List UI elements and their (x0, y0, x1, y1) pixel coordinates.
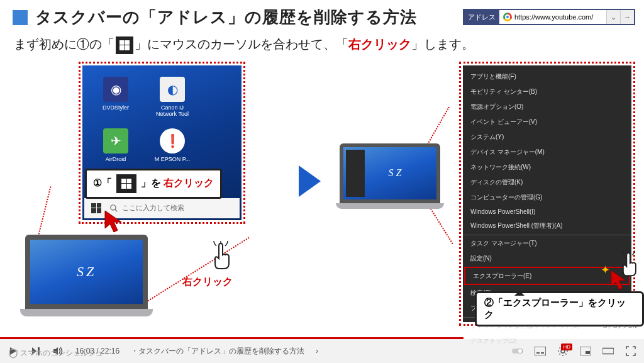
svg-rect-6 (541, 352, 544, 354)
shield-icon (9, 349, 18, 359)
laptop-mockup-left: SZ (25, 235, 148, 316)
channel-watermark: スマホのコンシェルジュ (9, 348, 103, 359)
windows-icon (116, 36, 133, 54)
svg-point-3 (518, 349, 523, 354)
windows-icon (116, 174, 136, 193)
tap-gesture-icon (208, 241, 235, 278)
ctx-disk[interactable]: ディスクの管理(K) (463, 175, 631, 190)
svg-rect-4 (535, 347, 546, 355)
ctx-event-viewer[interactable]: イベント ビューアー(V) (463, 114, 631, 130)
cursor-icon (610, 269, 630, 292)
ctx-network[interactable]: ネットワーク接続(W) (463, 160, 631, 175)
right-click-label: 右クリック (182, 276, 233, 289)
address-toolbar: アドレス https://www.youtube.com/ ⌄ → (463, 9, 635, 25)
miniplayer-button[interactable] (580, 345, 591, 357)
desktop-screenshot: ◉DVDStyler ◐Canon IJ Network Tool ✈AirDr… (79, 62, 245, 224)
fullscreen-button[interactable] (625, 345, 636, 357)
desktop-icon-canon[interactable]: ◐Canon IJ Network Tool (150, 77, 194, 117)
autoplay-toggle[interactable] (512, 345, 523, 357)
start-button[interactable] (87, 200, 106, 216)
page-title: タスクバーの「アドレス」の履歴を削除する方法 (35, 6, 417, 28)
ctx-apps-features[interactable]: アプリと機能(F) (463, 69, 631, 84)
context-menu-screenshot: アプリと機能(F) モビリティ センター(B) 電源オプション(O) イベント … (459, 62, 635, 326)
cursor-icon (104, 209, 126, 235)
svg-rect-5 (536, 352, 540, 354)
chrome-icon (503, 13, 512, 21)
address-input[interactable]: https://www.youtube.com/ (499, 10, 606, 24)
ctx-computer-mgmt[interactable]: コンピューターの管理(G) (463, 190, 631, 205)
flow-arrow-icon (299, 165, 321, 197)
ctx-system[interactable]: システム(Y) (463, 130, 631, 145)
address-go-button[interactable]: → (620, 10, 634, 24)
chapter-chevron-icon: › (316, 347, 318, 355)
address-label: アドレス (464, 10, 499, 24)
desktop-icon-dvdstyler[interactable]: ◉DVDStyler (94, 77, 138, 117)
desktop-icon-epson[interactable]: ❗M EPSON P... (150, 128, 194, 162)
context-menu: アプリと機能(F) モビリティ センター(B) 電源オプション(O) イベント … (463, 65, 631, 322)
spark-icon: ✦ (601, 263, 610, 277)
address-url-text: https://www.youtube.com/ (514, 13, 593, 21)
callout-step-1: ①「 」を右クリック (85, 169, 222, 199)
header-bullet (13, 10, 28, 25)
captions-button[interactable] (535, 345, 546, 357)
laptop-mockup-right: SZ (340, 143, 440, 209)
theater-button[interactable] (602, 345, 614, 357)
taskbar-search[interactable]: ここに入力して検索 (109, 203, 237, 213)
ctx-task-mgr[interactable]: タスク マネージャー(T) (463, 235, 631, 251)
settings-button[interactable]: HD (557, 345, 569, 357)
svg-rect-9 (586, 351, 590, 354)
ctx-device-mgr[interactable]: デバイス マネージャー(M) (463, 145, 631, 160)
ctx-mobility[interactable]: モビリティ センター(B) (463, 84, 631, 99)
desktop-icon-airdroid[interactable]: ✈AirDroid (94, 128, 138, 162)
hd-badge: HD (561, 343, 572, 350)
callout-step-2: ②「エクスプローラー」をクリック (475, 291, 644, 327)
instruction-text: まず初めに①の「」にマウスのカーソルを合わせて、「右クリック」します。 (0, 33, 644, 62)
ctx-powershell[interactable]: Windows PowerShell(I) (463, 205, 631, 218)
video-chapter[interactable]: ・タスクバーの「アドレス」の履歴を削除する方法 (131, 346, 304, 357)
svg-rect-10 (602, 349, 614, 354)
ctx-powershell-admin[interactable]: Windows PowerShell (管理者)(A) (463, 218, 631, 233)
address-dropdown-button[interactable]: ⌄ (606, 10, 620, 24)
ctx-power[interactable]: 電源オプション(O) (463, 99, 631, 114)
